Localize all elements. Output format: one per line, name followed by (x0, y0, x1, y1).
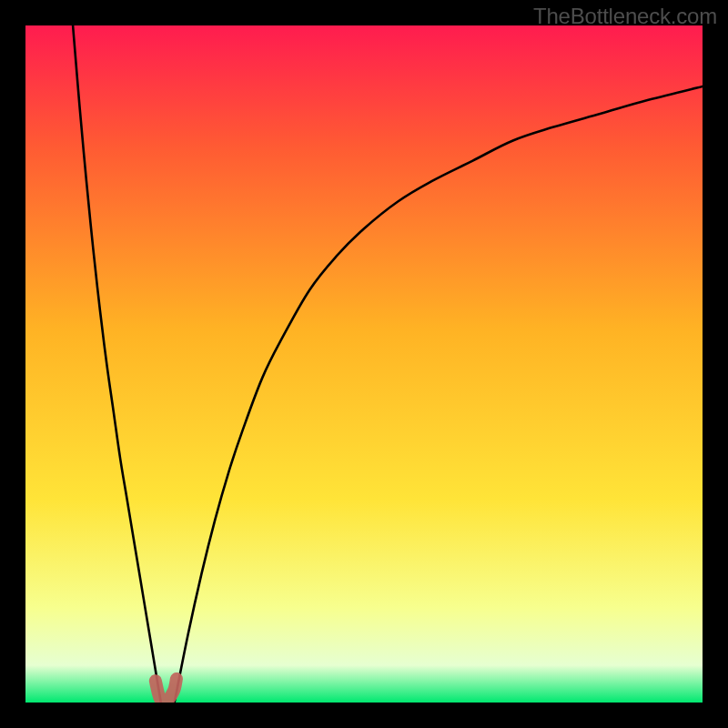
bottleneck-chart (25, 25, 703, 703)
attribution-text: TheBottleneck.com (533, 4, 717, 29)
chart-background (25, 25, 703, 703)
chart-frame: TheBottleneck.com (0, 0, 728, 728)
